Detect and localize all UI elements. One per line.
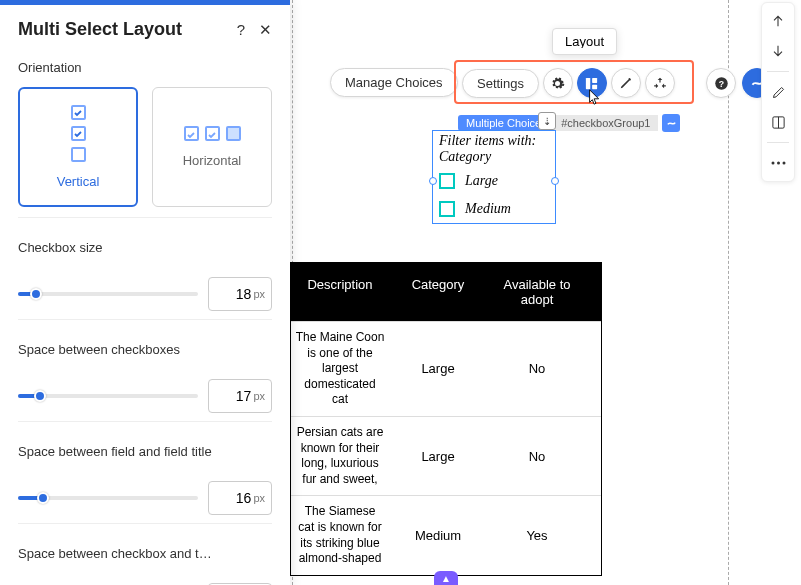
slider-section: Space between field and field title16px [18,421,272,523]
drag-handle-icon[interactable]: ⇣ [538,112,556,130]
orientation-vertical[interactable]: Vertical [18,87,138,207]
help-circle-icon[interactable]: ? [706,68,736,98]
orientation-horizontal[interactable]: Horizontal [152,87,272,207]
gear-icon[interactable] [543,68,573,98]
widget-link-icon[interactable] [662,114,680,132]
cell-adopt: No [487,322,587,416]
svg-text:?: ? [718,78,723,88]
slider-track[interactable] [18,394,198,398]
table-row: Persian cats are known for their long, l… [291,416,601,495]
help-icon[interactable]: ? [237,21,245,39]
animation-icon[interactable] [645,68,675,98]
slider-value-input[interactable]: 17px [208,379,272,413]
horizontal-preview-icon [184,126,241,141]
design-icon[interactable] [611,68,641,98]
slider-value-input[interactable]: 18px [208,277,272,311]
close-icon[interactable]: ✕ [259,21,272,39]
horizontal-label: Horizontal [183,153,242,168]
slider-track[interactable] [18,292,198,296]
pencil-icon[interactable] [768,82,788,102]
slider-label: Space between checkbox and t… [18,538,272,573]
arrow-down-icon[interactable] [768,41,788,61]
data-table: Description Category Available to adopt … [290,262,602,576]
checkbox-option-2[interactable]: Medium [433,195,555,223]
selection-handle-right[interactable] [551,177,559,185]
manage-choices-button[interactable]: Manage Choices [330,68,458,97]
canvas: Layout Manage Choices Settings ? Multipl… [290,0,801,585]
svg-point-6 [771,162,774,165]
arrow-up-icon[interactable] [768,11,788,31]
tooltip-text: Layout [565,34,604,49]
checkbox-option-1[interactable]: Large [433,167,555,195]
cell-category: Medium [389,496,487,574]
checkbox-icon[interactable] [439,173,455,189]
multi-choice-widget[interactable]: Filter items with: Category Large Medium [432,130,556,224]
svg-point-8 [782,162,785,165]
slider-label: Space between checkboxes [18,334,272,369]
slider-track[interactable] [18,496,198,500]
slider-label: Checkbox size [18,232,272,267]
bottom-handle-icon[interactable]: ▲ [434,571,458,585]
rail-separator [767,142,789,143]
table-header: Description Category Available to adopt [291,263,601,321]
svg-rect-1 [593,77,598,82]
selection-handle-left[interactable] [429,177,437,185]
rail-separator [767,71,789,72]
svg-point-7 [777,162,780,165]
settings-button[interactable]: Settings [462,69,539,98]
more-icon[interactable] [768,153,788,173]
layout-panel: Multi Select Layout ? ✕ Orientation Vert… [0,0,290,585]
widget-title: Filter items with: Category [433,131,555,167]
table-row: The Maine Coon is one of the largest dom… [291,321,601,416]
slider-label: Space between field and field title [18,436,272,471]
slider-section: Space between checkbox and t…16px [18,523,272,585]
slider-value-input[interactable]: 16px [208,481,272,515]
slider-section: Space between checkboxes17px [18,319,272,421]
cell-description: Persian cats are known for their long, l… [291,417,389,495]
checkbox-icon[interactable] [439,201,455,217]
header-adopt: Available to adopt [487,263,587,321]
svg-rect-0 [586,77,590,88]
widget-id-badge: #checkboxGroup1 [553,115,658,131]
header-category: Category [389,263,487,321]
layout-split-icon[interactable] [768,112,788,132]
slider-thumb[interactable] [37,492,49,504]
widget-type-badge: Multiple Choice [458,115,549,131]
right-rail [761,2,795,182]
option-label: Medium [465,201,511,217]
orientation-label: Orientation [18,52,272,87]
panel-title: Multi Select Layout [18,19,182,40]
cell-category: Large [389,322,487,416]
cell-description: The Siamese cat is known for its strikin… [291,496,389,574]
vertical-label: Vertical [57,174,100,189]
cell-adopt: Yes [487,496,587,574]
header-description: Description [291,263,389,321]
option-label: Large [465,173,498,189]
cell-description: The Maine Coon is one of the largest dom… [291,322,389,416]
slider-thumb[interactable] [30,288,42,300]
cell-adopt: No [487,417,587,495]
cursor-pointer-icon [586,88,604,106]
layout-tooltip: Layout [552,28,617,55]
cell-category: Large [389,417,487,495]
table-row: The Siamese cat is known for its strikin… [291,495,601,574]
slider-section: Checkbox size18px [18,217,272,319]
vertical-preview-icon [71,105,86,162]
slider-thumb[interactable] [34,390,46,402]
